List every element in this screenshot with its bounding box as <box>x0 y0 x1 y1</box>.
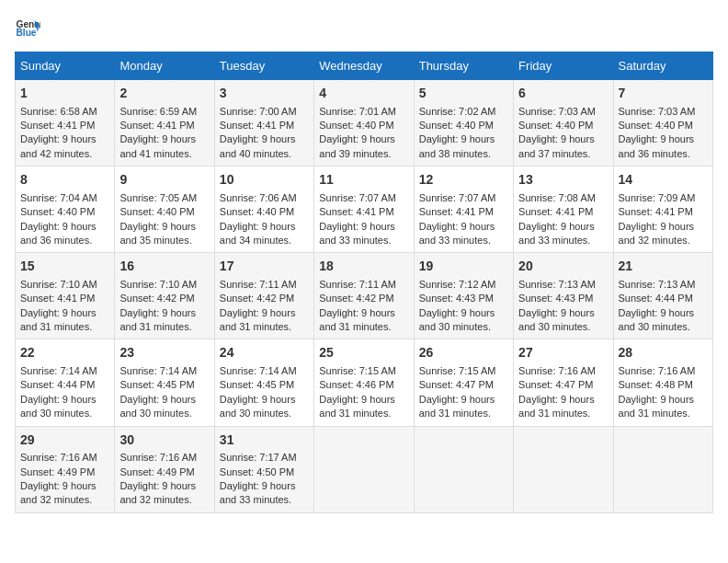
sunrise-info: Sunrise: 7:10 AM <box>20 279 97 290</box>
daylight-minutes: and 32 minutes. <box>619 235 690 246</box>
sunset-info: Sunset: 4:47 PM <box>518 379 593 390</box>
sunset-info: Sunset: 4:43 PM <box>419 293 494 304</box>
weekday-header-monday: Monday <box>115 52 214 80</box>
daylight-minutes: and 40 minutes. <box>220 148 291 159</box>
sunrise-info: Sunrise: 7:01 AM <box>319 106 396 117</box>
day-number: 15 <box>20 258 109 276</box>
sunrise-info: Sunrise: 7:03 AM <box>518 106 596 117</box>
sunset-info: Sunset: 4:41 PM <box>419 206 494 217</box>
calendar-cell-w1d5: 6Sunrise: 7:03 AMSunset: 4:40 PMDaylight… <box>514 80 613 167</box>
sunrise-info: Sunrise: 7:13 AM <box>619 279 696 290</box>
sunrise-info: Sunrise: 7:12 AM <box>419 279 496 290</box>
daylight-info: Daylight: 9 hours <box>220 221 296 232</box>
calendar-cell-w5d1: 30Sunrise: 7:16 AMSunset: 4:49 PMDayligh… <box>115 426 214 512</box>
sunset-info: Sunset: 4:40 PM <box>20 206 95 217</box>
sunrise-info: Sunrise: 7:03 AM <box>619 106 696 117</box>
sunset-info: Sunset: 4:40 PM <box>518 120 593 131</box>
calendar-cell-w3d1: 16Sunrise: 7:10 AMSunset: 4:42 PMDayligh… <box>115 253 214 339</box>
daylight-minutes: and 31 minutes. <box>220 321 291 332</box>
sunrise-info: Sunrise: 6:58 AM <box>20 106 97 117</box>
sunset-info: Sunset: 4:49 PM <box>20 466 95 477</box>
weekday-header-friday: Friday <box>514 52 613 80</box>
sunset-info: Sunset: 4:44 PM <box>619 293 693 304</box>
daylight-minutes: and 32 minutes. <box>20 494 92 505</box>
sunset-info: Sunset: 4:41 PM <box>20 293 95 304</box>
sunset-info: Sunset: 4:41 PM <box>119 120 194 131</box>
calendar-cell-w2d4: 12Sunrise: 7:07 AMSunset: 4:41 PMDayligh… <box>414 167 513 253</box>
daylight-info: Daylight: 9 hours <box>119 307 196 318</box>
sunrise-info: Sunrise: 7:17 AM <box>220 452 297 463</box>
daylight-minutes: and 30 minutes. <box>619 321 690 332</box>
sunrise-info: Sunrise: 7:14 AM <box>220 365 297 376</box>
day-number: 17 <box>220 258 309 276</box>
sunrise-info: Sunrise: 7:08 AM <box>518 192 596 203</box>
weekday-header-saturday: Saturday <box>613 52 712 80</box>
daylight-minutes: and 31 minutes. <box>518 408 590 419</box>
sunset-info: Sunset: 4:45 PM <box>220 379 294 390</box>
daylight-info: Daylight: 9 hours <box>419 307 495 318</box>
calendar-cell-w4d2: 24Sunrise: 7:14 AMSunset: 4:45 PMDayligh… <box>214 339 313 426</box>
calendar-cell-w1d0: 1Sunrise: 6:58 AMSunset: 4:41 PMDaylight… <box>16 80 115 167</box>
day-number: 29 <box>20 431 109 450</box>
calendar-cell-w3d2: 17Sunrise: 7:11 AMSunset: 4:42 PMDayligh… <box>214 253 313 339</box>
daylight-minutes: and 31 minutes. <box>319 321 391 332</box>
calendar-table: SundayMondayTuesdayWednesdayThursdayFrid… <box>15 52 713 513</box>
day-number: 16 <box>119 258 209 276</box>
week-row-5: 29Sunrise: 7:16 AMSunset: 4:49 PMDayligh… <box>16 426 713 512</box>
daylight-minutes: and 30 minutes. <box>220 408 291 419</box>
daylight-minutes: and 31 minutes. <box>119 321 191 332</box>
calendar-cell-w1d2: 3Sunrise: 7:00 AMSunset: 4:41 PMDaylight… <box>214 80 313 167</box>
day-number: 27 <box>518 344 608 362</box>
day-number: 7 <box>619 85 708 103</box>
day-number: 18 <box>319 258 408 276</box>
calendar-cell-w3d6: 21Sunrise: 7:13 AMSunset: 4:44 PMDayligh… <box>613 253 712 339</box>
daylight-info: Daylight: 9 hours <box>419 133 495 144</box>
daylight-minutes: and 37 minutes. <box>518 148 590 159</box>
weekday-header-sunday: Sunday <box>16 52 115 80</box>
daylight-info: Daylight: 9 hours <box>20 221 97 232</box>
daylight-info: Daylight: 9 hours <box>119 221 196 232</box>
day-number: 3 <box>220 85 309 103</box>
daylight-minutes: and 38 minutes. <box>419 148 491 159</box>
sunset-info: Sunset: 4:45 PM <box>119 379 194 390</box>
daylight-minutes: and 30 minutes. <box>419 321 491 332</box>
sunset-info: Sunset: 4:43 PM <box>518 293 593 304</box>
calendar-cell-w4d1: 23Sunrise: 7:14 AMSunset: 4:45 PMDayligh… <box>115 339 214 426</box>
svg-text:Blue: Blue <box>17 28 37 38</box>
calendar-cell-w2d0: 8Sunrise: 7:04 AMSunset: 4:40 PMDaylight… <box>16 167 115 253</box>
daylight-info: Daylight: 9 hours <box>119 394 196 405</box>
daylight-minutes: and 31 minutes. <box>319 408 391 419</box>
daylight-minutes: and 30 minutes. <box>119 408 191 419</box>
daylight-info: Daylight: 9 hours <box>518 307 595 318</box>
daylight-info: Daylight: 9 hours <box>619 133 695 144</box>
weekday-header-wednesday: Wednesday <box>314 52 414 80</box>
daylight-info: Daylight: 9 hours <box>619 221 695 232</box>
sunset-info: Sunset: 4:41 PM <box>20 120 95 131</box>
sunrise-info: Sunrise: 7:09 AM <box>619 192 696 203</box>
daylight-info: Daylight: 9 hours <box>518 133 595 144</box>
sunset-info: Sunset: 4:47 PM <box>419 379 494 390</box>
daylight-minutes: and 32 minutes. <box>119 494 191 505</box>
sunset-info: Sunset: 4:49 PM <box>119 466 194 477</box>
day-number: 12 <box>419 171 508 190</box>
daylight-info: Daylight: 9 hours <box>319 221 395 232</box>
sunset-info: Sunset: 4:40 PM <box>619 120 693 131</box>
week-row-1: 1Sunrise: 6:58 AMSunset: 4:41 PMDaylight… <box>16 80 713 167</box>
sunset-info: Sunset: 4:50 PM <box>220 466 294 477</box>
daylight-minutes: and 34 minutes. <box>220 235 291 246</box>
daylight-minutes: and 30 minutes. <box>518 321 590 332</box>
daylight-info: Daylight: 9 hours <box>20 307 97 318</box>
daylight-minutes: and 33 minutes. <box>319 235 391 246</box>
daylight-info: Daylight: 9 hours <box>518 221 595 232</box>
calendar-cell-w2d6: 14Sunrise: 7:09 AMSunset: 4:41 PMDayligh… <box>613 167 712 253</box>
calendar-cell-w5d4 <box>414 426 513 512</box>
daylight-info: Daylight: 9 hours <box>619 394 695 405</box>
daylight-minutes: and 39 minutes. <box>319 148 391 159</box>
logo-icon: General Blue <box>15 15 40 40</box>
day-number: 10 <box>220 171 309 190</box>
day-number: 1 <box>20 85 109 103</box>
sunset-info: Sunset: 4:40 PM <box>220 206 294 217</box>
calendar-cell-w5d2: 31Sunrise: 7:17 AMSunset: 4:50 PMDayligh… <box>214 426 313 512</box>
daylight-minutes: and 33 minutes. <box>518 235 590 246</box>
sunrise-info: Sunrise: 7:07 AM <box>419 192 496 203</box>
